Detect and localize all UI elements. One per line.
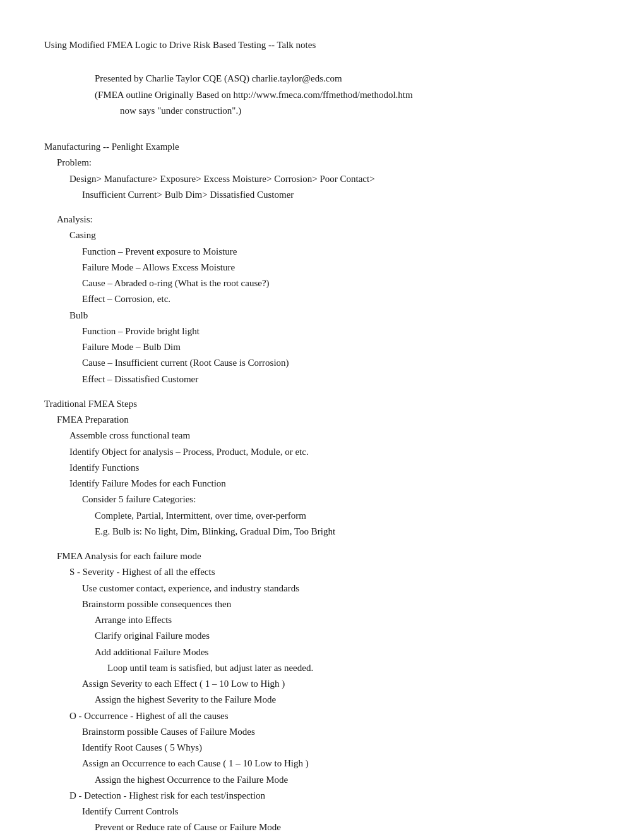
severity-1: Use customer contact, experience, and in… <box>82 581 600 596</box>
det-1: Identify Current Controls <box>82 804 600 819</box>
assign-severity: Assign Severity to each Effect ( 1 – 10 … <box>82 677 600 691</box>
severity-add: Add additional Failure Modes <box>95 645 600 660</box>
casing-cause: Cause – Abraded o-ring (What is the root… <box>82 276 600 291</box>
casing-failure-mode: Failure Mode – Allows Excess Moisture <box>82 260 600 275</box>
bulb-failure-mode: Failure Mode – Bulb Dim <box>82 340 600 354</box>
problem-label: Problem: <box>57 155 600 170</box>
occ-1: Brainstorm possible Causes of Failure Mo… <box>82 725 600 739</box>
title-text: Using Modified FMEA Logic to Drive Risk … <box>44 40 316 50</box>
document: Using Modified FMEA Logic to Drive Risk … <box>44 38 600 834</box>
det-2: Prevent or Reduce rate of Cause or Failu… <box>95 820 600 834</box>
presenter-line3: now says "under construction".) <box>120 104 600 118</box>
fmea-step3: Identify Functions <box>69 461 600 475</box>
bulb-function: Function – Provide bright light <box>82 324 600 339</box>
analysis-label: Analysis: <box>57 212 600 227</box>
severity-loop: Loop until team is satisfied, but adjust… <box>107 661 600 675</box>
presenter-block: Presented by Charlie Taylor CQE (ASQ) ch… <box>95 71 600 118</box>
presenter-line1: Presented by Charlie Taylor CQE (ASQ) ch… <box>95 71 600 86</box>
fmea-categories: Complete, Partial, Intermittent, over ti… <box>95 509 600 523</box>
casing-function: Function – Prevent exposure to Moisture <box>82 245 600 259</box>
detection-label: D - Detection - Highest risk for each te… <box>69 789 600 803</box>
fmea-step2: Identify Object for analysis – Process, … <box>69 445 600 459</box>
casing-effect: Effect – Corrosion, etc. <box>82 292 600 306</box>
fmea-step4: Identify Failure Modes for each Function <box>69 476 600 491</box>
bulb-label: Bulb <box>69 308 600 323</box>
presenter-line2: (FMEA outline Originally Based on http:/… <box>95 88 600 102</box>
severity-label: S - Severity - Highest of all the effect… <box>69 565 600 579</box>
occurrence-label: O - Occurrence - Highest of all the caus… <box>69 709 600 723</box>
severity-2: Brainstorm possible consequences then <box>82 597 600 612</box>
problem-line1: Design> Manufacture> Exposure> Excess Mo… <box>69 172 600 186</box>
fmea-example: E.g. Bulb is: No light, Dim, Blinking, G… <box>95 524 600 539</box>
bulb-cause: Cause – Insufficient current (Root Cause… <box>82 356 600 370</box>
fmea-consider: Consider 5 failure Categories: <box>82 492 600 507</box>
main-title: Using Modified FMEA Logic to Drive Risk … <box>44 38 600 52</box>
bulb-effect: Effect – Dissatisfied Customer <box>82 372 600 387</box>
traditional-fmea-heading: Traditional FMEA Steps <box>44 397 600 411</box>
severity-clarify: Clarify original Failure modes <box>95 629 600 643</box>
occ-4: Assign the highest Occurrence to the Fai… <box>95 773 600 787</box>
severity-arrange: Arrange into Effects <box>95 613 600 627</box>
problem-line2: Insufficient Current> Bulb Dim> Dissatis… <box>82 188 600 202</box>
assign-highest-severity: Assign the highest Severity to the Failu… <box>95 692 600 707</box>
fmea-step1: Assemble cross functional team <box>69 428 600 443</box>
occ-2: Identify Root Causes ( 5 Whys) <box>82 740 600 755</box>
casing-label: Casing <box>69 228 600 243</box>
occ-3: Assign an Occurrence to each Cause ( 1 –… <box>82 756 600 771</box>
manufacturing-heading: Manufacturing -- Penlight Example <box>44 140 600 154</box>
fmea-analysis-heading: FMEA Analysis for each failure mode <box>57 549 600 564</box>
fmea-prep: FMEA Preparation <box>57 413 600 427</box>
